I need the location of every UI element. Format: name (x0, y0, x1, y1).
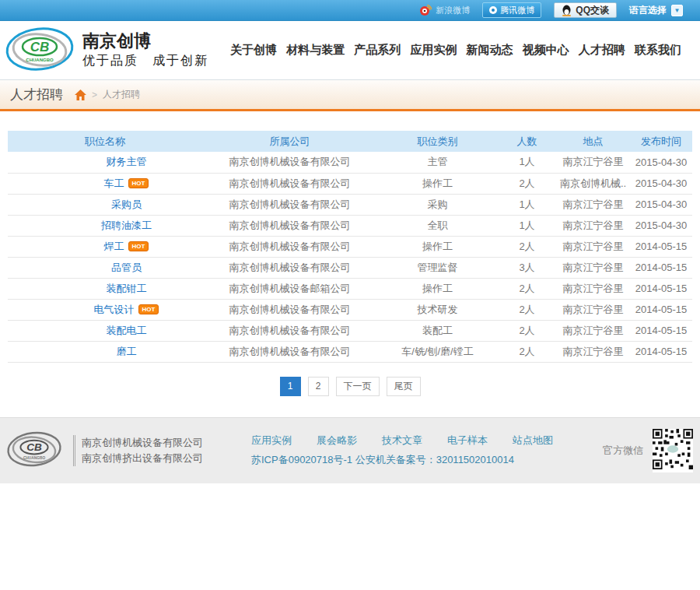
home-icon[interactable] (75, 90, 86, 100)
job-category: 采购 (377, 194, 498, 215)
job-location: 南京江宁谷里 (556, 152, 630, 173)
footer-company-line-2: 南京创博挤出设备有限公司 (82, 451, 203, 466)
qq-chat-label: QQ交谈 (576, 4, 609, 17)
nav-item-materials[interactable]: 材料与装置 (286, 43, 345, 58)
job-date: 2015-04-30 (630, 152, 692, 173)
company-logo[interactable]: CB CHUANGBO (5, 25, 75, 76)
language-select[interactable]: 语言选择 ▼ (629, 4, 683, 17)
job-date: 2014-05-15 (630, 257, 692, 278)
tencent-weibo-link[interactable]: 腾讯微博 (482, 2, 541, 18)
job-count: 3人 (498, 257, 556, 278)
footer-middle: 应用实例 展会略影 技术文章 电子样本 站点地图 苏ICP备09020718号-… (251, 434, 553, 467)
breadcrumb-bar: 人才招聘 > 人才招聘 (0, 80, 700, 111)
job-location: 南京创博机械.. (556, 173, 630, 194)
nav-item-products[interactable]: 产品系列 (354, 43, 401, 58)
breadcrumb-current[interactable]: 人才招聘 (103, 88, 140, 101)
job-title-link[interactable]: 招聘油漆工 (101, 219, 152, 231)
job-count: 1人 (498, 215, 556, 236)
main-content: 职位名称 所属公司 职位类别 人数 地点 发布时间 财务主管 南京创博机械设备有… (0, 111, 700, 417)
wechat-qr-code (653, 429, 693, 472)
job-count: 2人 (498, 278, 556, 299)
table-row: 品管员 南京创博机械设备有限公司 管理监督 3人 南京江宁谷里 2014-05-… (8, 257, 692, 278)
table-row: 装配钳工 南京创博机械设备邮箱公司 操作工 2人 南京江宁谷里 2014-05-… (8, 278, 692, 299)
job-category: 操作工 (377, 173, 498, 194)
job-company: 南京创博机械设备有限公司 (202, 341, 377, 362)
hot-badge: HOT (128, 178, 149, 188)
footer-company-line-1: 南京创博机械设备有限公司 (82, 435, 203, 451)
brand-slogan: 优于品质 成于创新 (82, 51, 208, 70)
jobs-table: 职位名称 所属公司 职位类别 人数 地点 发布时间 财务主管 南京创博机械设备有… (8, 131, 692, 363)
footer-logo-chuangbo-text: CHUANGBO (23, 455, 46, 459)
job-company: 南京创博机械设备有限公司 (202, 299, 377, 320)
job-category: 管理监督 (377, 257, 498, 278)
job-date: 2014-05-15 (630, 236, 692, 257)
page-button-1[interactable]: 1 (280, 377, 301, 396)
col-header-category: 职位类别 (377, 131, 498, 152)
job-location: 南京江宁谷里 (556, 215, 630, 236)
logo-chuangbo-text: CHUANGBO (26, 58, 54, 62)
job-title-link[interactable]: 装配钳工 (107, 283, 147, 294)
footer-links: 应用实例 展会略影 技术文章 电子样本 站点地图 (251, 434, 553, 448)
tencent-weibo-label: 腾讯微博 (500, 5, 534, 16)
job-date: 2014-05-15 (630, 320, 692, 341)
job-title-link[interactable]: 车工 (104, 177, 124, 189)
site-header: CB CHUANGBO 南京创博 优于品质 成于创新 关于创博 材料与装置 产品… (0, 21, 700, 80)
job-count: 2人 (498, 236, 556, 257)
job-title-link[interactable]: 品管员 (111, 262, 142, 273)
nav-item-applications[interactable]: 应用实例 (410, 43, 457, 58)
nav-item-news[interactable]: 新闻动态 (467, 43, 513, 58)
job-count: 2人 (498, 173, 556, 194)
topbar: 新浪微博 腾讯微博 QQ交谈 语言选择 ▼ (0, 0, 700, 21)
job-category: 车/铣/刨/磨/镗工 (377, 341, 498, 362)
job-company: 南京创博机械设备有限公司 (202, 173, 377, 194)
hot-badge: HOT (138, 304, 159, 314)
footer-link-exhibitions[interactable]: 展会略影 (317, 434, 357, 448)
job-category: 操作工 (377, 236, 498, 257)
table-row: 车工HOT 南京创博机械设备有限公司 操作工 2人 南京创博机械.. 2015-… (8, 173, 692, 194)
job-company: 南京创博机械设备有限公司 (202, 236, 377, 257)
job-location: 南京江宁谷里 (556, 278, 630, 299)
language-label: 语言选择 (629, 4, 667, 17)
table-row: 财务主管 南京创博机械设备有限公司 主管 1人 南京江宁谷里 2015-04-3… (8, 152, 692, 173)
col-header-company: 所属公司 (202, 131, 377, 152)
job-company: 南京创博机械设备有限公司 (202, 320, 377, 341)
job-date: 2014-05-15 (630, 341, 692, 362)
job-date: 2015-04-30 (630, 194, 692, 215)
job-company: 南京创博机械设备邮箱公司 (202, 278, 377, 299)
job-title-link[interactable]: 焊工 (104, 241, 124, 252)
nav-item-about[interactable]: 关于创博 (230, 43, 277, 58)
chevron-down-icon[interactable]: ▼ (671, 5, 683, 16)
sina-weibo-link[interactable]: 新浪微博 (419, 4, 470, 16)
last-page-button[interactable]: 尾页 (387, 377, 421, 396)
footer-link-sitemap[interactable]: 站点地图 (513, 434, 553, 448)
job-count: 1人 (498, 152, 556, 173)
sina-weibo-icon (419, 4, 432, 16)
sina-weibo-label: 新浪微博 (436, 5, 470, 16)
col-header-location: 地点 (556, 131, 630, 152)
footer-link-applications[interactable]: 应用实例 (251, 434, 292, 448)
job-title-link[interactable]: 电气设计 (94, 304, 135, 315)
job-location: 南京江宁谷里 (556, 341, 630, 362)
table-row: 焊工HOT 南京创博机械设备有限公司 操作工 2人 南京江宁谷里 2014-05… (8, 236, 692, 257)
job-title-link[interactable]: 财务主管 (107, 156, 147, 167)
nav-item-jobs[interactable]: 人才招聘 (579, 43, 625, 58)
job-category: 技术研发 (377, 299, 498, 320)
job-title-link[interactable]: 采购员 (111, 198, 142, 210)
job-title-link[interactable]: 磨工 (117, 346, 137, 357)
tencent-weibo-icon (489, 6, 497, 14)
job-title-link[interactable]: 装配电工 (107, 325, 147, 336)
nav-item-video[interactable]: 视频中心 (523, 43, 569, 58)
table-row: 装配电工 南京创博机械设备有限公司 装配工 2人 南京江宁谷里 2014-05-… (8, 320, 692, 341)
footer-wechat-label: 官方微信 (603, 444, 643, 458)
table-row: 电气设计HOT 南京创博机械设备有限公司 技术研发 2人 南京江宁谷里 2014… (8, 299, 692, 320)
qq-chat-button[interactable]: QQ交谈 (554, 2, 617, 18)
table-row: 采购员 南京创博机械设备有限公司 采购 1人 南京江宁谷里 2015-04-30 (8, 194, 692, 215)
hot-badge: HOT (128, 241, 149, 251)
footer-link-samples[interactable]: 电子样本 (447, 434, 488, 448)
next-page-button[interactable]: 下一页 (336, 377, 380, 396)
page-button-2[interactable]: 2 (308, 377, 329, 396)
nav-item-contact[interactable]: 联系我们 (635, 43, 681, 58)
footer-link-articles[interactable]: 技术文章 (382, 434, 422, 448)
job-company: 南京创博机械设备有限公司 (202, 152, 377, 173)
job-count: 2人 (498, 299, 556, 320)
